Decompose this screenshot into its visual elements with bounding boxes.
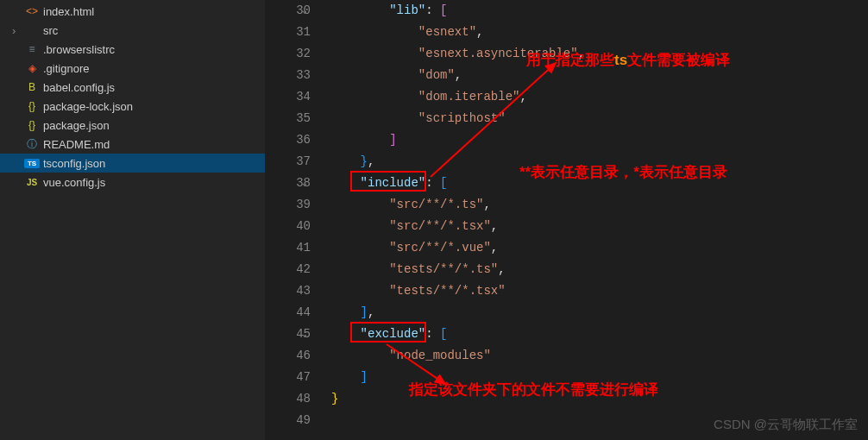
code-line[interactable]: } [331, 388, 868, 410]
file-babel-config-js[interactable]: Bbabel.config.js [0, 78, 265, 97]
file-README-md[interactable]: ⓘREADME.md [0, 135, 265, 154]
file-label: src [43, 24, 58, 37]
file-explorer: <>index.html›src≡.browserslistrc◈.gitign… [0, 0, 266, 440]
line-number: 41 [266, 237, 311, 259]
file-label: vue.config.js [43, 176, 105, 189]
chevron-icon: › [12, 24, 22, 37]
code-editor: 30⌄3132333435363738⌄39404142434445⌄46474… [266, 0, 868, 440]
line-number: 42 [266, 259, 311, 280]
file-label: tsconfig.json [43, 157, 105, 170]
line-number: 39 [266, 194, 311, 216]
code-line[interactable]: "exclude": [ [331, 324, 868, 345]
code-area[interactable]: "lib": [ "esnext", "esnext.asynciterable… [331, 0, 868, 440]
line-number: 40 [266, 216, 311, 237]
file-label: .browserslistrc [43, 43, 115, 56]
code-line[interactable]: "esnext", [331, 22, 868, 43]
line-number: 33 [266, 65, 311, 86]
file-label: package.json [43, 119, 110, 132]
fold-icon[interactable]: ⌄ [302, 324, 307, 345]
readme-icon: ⓘ [24, 137, 40, 152]
html-icon: <> [24, 5, 40, 17]
file-package-lock-json[interactable]: {}package-lock.json [0, 97, 265, 116]
code-line[interactable] [331, 410, 868, 431]
babel-icon: B [24, 81, 40, 93]
fold-icon[interactable]: ⌄ [302, 173, 307, 194]
code-line[interactable]: "scripthost" [331, 108, 868, 129]
file-tsconfig-json[interactable]: TStsconfig.json [0, 154, 265, 173]
file-index-html[interactable]: <>index.html [0, 2, 265, 21]
file-tree: <>index.html›src≡.browserslistrc◈.gitign… [0, 0, 265, 192]
code-line[interactable]: "include": [ [331, 173, 868, 194]
code-line[interactable]: "dom.iterable", [331, 86, 868, 108]
code-line[interactable]: "src/**/*.tsx", [331, 216, 868, 237]
line-number: 31 [266, 22, 311, 43]
line-number: 38⌄ [266, 173, 311, 194]
file-label: README.md [43, 138, 110, 151]
line-number: 45⌄ [266, 324, 311, 345]
code-line[interactable]: ] [331, 367, 868, 388]
file-label: index.html [43, 5, 94, 18]
line-number: 36 [266, 129, 311, 151]
json-icon: {} [24, 119, 40, 131]
code-line[interactable]: "dom", [331, 65, 868, 86]
code-line[interactable]: "lib": [ [331, 0, 868, 22]
fold-icon[interactable]: ⌄ [302, 0, 307, 22]
line-number: 37 [266, 151, 311, 173]
line-number: 48 [266, 388, 311, 410]
json-icon: {} [24, 100, 40, 112]
line-number: 35 [266, 108, 311, 129]
file--gitignore[interactable]: ◈.gitignore [0, 59, 265, 78]
line-number: 34 [266, 86, 311, 108]
file-src[interactable]: ›src [0, 21, 265, 40]
ts-icon: TS [24, 159, 40, 168]
line-number: 32 [266, 43, 311, 65]
code-line[interactable]: ] [331, 129, 868, 151]
file-label: package-lock.json [43, 100, 133, 113]
line-number: 46 [266, 345, 311, 367]
git-icon: ◈ [24, 62, 40, 74]
line-number: 49 [266, 410, 311, 431]
file-label: .gitignore [43, 62, 89, 75]
file--browserslistrc[interactable]: ≡.browserslistrc [0, 40, 265, 59]
config-icon: ≡ [24, 43, 40, 55]
js-icon: JS [24, 178, 40, 187]
line-number: 44 [266, 302, 311, 324]
code-line[interactable]: "esnext.asynciterable", [331, 43, 868, 65]
code-line[interactable]: "tests/**/*.tsx" [331, 280, 868, 302]
code-line[interactable]: "node_modules" [331, 345, 868, 367]
line-number: 47 [266, 367, 311, 388]
code-line[interactable]: "src/**/*.vue", [331, 237, 868, 259]
line-gutter: 30⌄3132333435363738⌄39404142434445⌄46474… [266, 0, 331, 440]
code-line[interactable]: ], [331, 302, 868, 324]
file-package-json[interactable]: {}package.json [0, 116, 265, 135]
code-line[interactable]: "src/**/*.ts", [331, 194, 868, 216]
file-vue-config-js[interactable]: JSvue.config.js [0, 173, 265, 192]
file-label: babel.config.js [43, 81, 115, 94]
code-line[interactable]: "tests/**/*.ts", [331, 259, 868, 280]
code-line[interactable]: }, [331, 151, 868, 173]
line-number: 43 [266, 280, 311, 302]
line-number: 30⌄ [266, 0, 311, 22]
